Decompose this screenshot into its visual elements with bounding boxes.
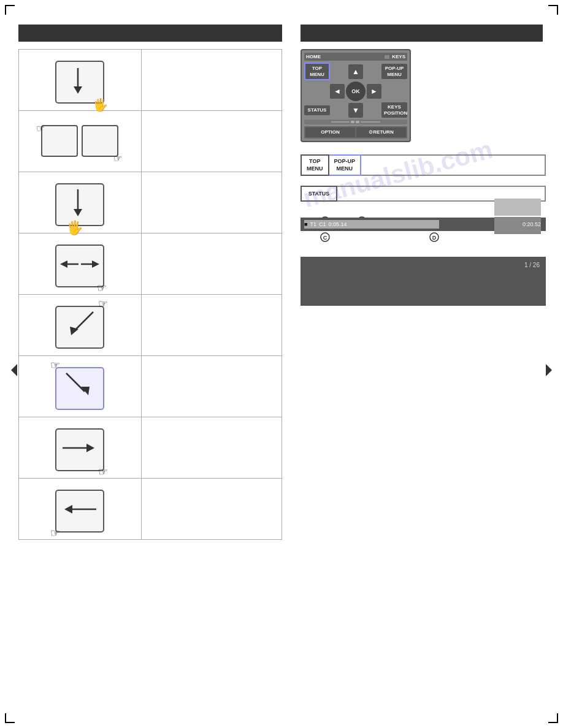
hand-icon-2a: ☞ [36,123,45,134]
hand-icon-4: ☞ [97,281,107,295]
right-side-arrow [546,364,552,377]
page-counter: 1 / 26 [524,262,540,268]
gesture-row-2: ☞ ☞ [19,111,282,172]
thumbnail-strip [494,199,541,234]
remote-ok-btn[interactable]: OK [346,82,366,101]
gesture-icon-5: ☞ [19,295,142,356]
track-symbol: ■ [304,221,307,227]
gesture-icon-6: ☞ [19,356,142,417]
svg-marker-7 [60,260,67,268]
top-popup-menu-desc [361,154,546,176]
track-label: T1 [310,221,316,227]
hand-icon-3: 🖐 [66,220,83,236]
gesture-desc-2 [141,111,282,172]
remote-option-btn[interactable]: OPTION [305,127,355,137]
gesture-row-4: ☞ [19,233,282,295]
corner-mark-tl [5,5,15,15]
gesture-desc-7 [141,417,282,479]
svg-rect-20 [356,121,359,123]
remote-status-btn[interactable]: STATUS [304,105,330,115]
gesture-icon-3: 🖐 [19,172,142,233]
remote-down-btn[interactable]: ▼ [348,103,363,118]
svg-text:D: D [432,235,437,241]
progress-section: A B [301,216,546,232]
gesture-row-6: ☞ [19,356,282,417]
gesture-desc-1 [141,50,282,111]
gesture-icon-2: ☞ ☞ [19,111,142,172]
left-column: 🖐 ☞ [18,25,301,540]
remote-return-btn[interactable]: ⊙RETURN [356,127,406,137]
left-side-arrow [11,364,17,377]
svg-marker-13 [81,387,90,395]
svg-text:C: C [323,235,327,241]
left-section-header [18,25,282,42]
gesture-desc-5 [141,295,282,356]
gesture-desc-4 [141,233,282,295]
time-elapsed: 0:05.14 [328,221,347,227]
progress-label-d: D [429,232,439,243]
svg-line-10 [75,312,93,330]
gesture-icon-7: ☞ [19,417,142,479]
gesture-row-1: 🖐 [19,50,282,111]
remote-right-btn[interactable]: ► [367,84,381,99]
gesture-desc-6 [141,356,282,417]
page: 🖐 ☞ [0,0,563,728]
svg-rect-19 [351,121,354,123]
svg-marker-9 [92,260,99,268]
gesture-table: 🖐 ☞ [18,49,282,540]
svg-marker-1 [546,364,552,376]
svg-marker-0 [11,364,17,376]
gesture-icon-8: ☞ [19,479,142,540]
remote-left-btn[interactable]: ◄ [330,84,345,99]
top-menu-button-label: TOP MENU [301,154,329,176]
gesture-row-3: 🖐 [19,172,282,233]
popup-menu-button-label: POP-UP MENU [329,154,362,176]
svg-marker-15 [86,444,94,452]
time-total: 0:20.52 [523,221,541,227]
progress-label-c: C [320,232,330,243]
gesture-row-5: ☞ [19,295,282,356]
remote-keys-label: KEYS [385,54,405,59]
gesture-desc-3 [141,172,282,233]
remote-option-row: OPTION ⊙RETURN [304,126,407,138]
remote-popup-menu-btn[interactable]: POP-UPMENU [381,64,407,79]
remote-keys-position-btn[interactable]: KEYSPOSITION [381,102,407,118]
remote-up-btn[interactable]: ▲ [348,64,363,79]
gesture-row-7: ☞ [19,417,282,479]
svg-line-12 [66,373,85,392]
status-button-label: STATUS [301,186,337,202]
hand-icon-6: ☞ [50,358,60,372]
svg-marker-5 [74,209,82,216]
remote-top-menu-btn[interactable]: TOPMENU [304,63,330,80]
hand-icon-2b: ☞ [113,153,122,164]
gesture-row-8: ☞ [19,479,282,540]
svg-marker-3 [74,86,82,94]
thumb-1 [494,199,541,216]
hand-icon-8: ☞ [50,526,60,540]
remote-home-label: HOME [306,54,321,59]
hand-icon-5: ☞ [98,297,108,311]
right-column: HOME KEYS TOPMENU ▲ POP-UPMENU ◄ OK [301,25,546,306]
corner-mark-tr [548,5,558,15]
corner-mark-br [548,713,558,723]
svg-marker-17 [64,505,72,514]
top-menu-row: TOP MENU POP-UP MENU [301,154,546,176]
right-section-header [301,25,543,42]
remote-diagram: HOME KEYS TOPMENU ▲ POP-UPMENU ◄ OK [301,49,411,142]
gesture-desc-8 [141,479,282,540]
gesture-icon-1: 🖐 [19,50,142,111]
page-counter-box: 1 / 26 [301,257,546,306]
hand-icon-1: 🖐 [93,97,108,112]
gesture-icon-4: ☞ [19,233,142,295]
corner-mark-bl [5,713,15,723]
chapter-label: C1 [319,221,326,227]
hand-icon-7: ☞ [98,465,108,479]
